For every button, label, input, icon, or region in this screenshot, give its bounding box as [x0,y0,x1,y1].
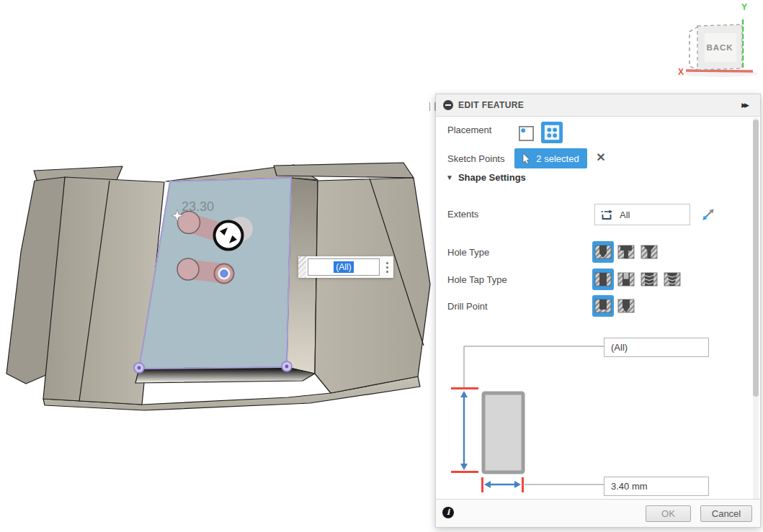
hole-type-option-simple[interactable] [592,241,614,263]
diameter-tick-right [522,477,524,492]
dialog-drag-handle-icon[interactable] [429,102,436,111]
viewcube-axis-x-line [686,71,753,71]
sketch-points-label: Sketch Points [447,153,505,164]
ok-button[interactable]: OK [646,505,691,522]
viewcube-face-label[interactable]: BACK [706,43,733,52]
kebab-menu-icon[interactable] [381,256,393,278]
dialog-title: EDIT FEATURE [458,100,741,110]
depth-dimension-arrow [460,391,468,470]
hole-countersink-icon [640,243,659,261]
dialog-header[interactable]: EDIT FEATURE ▶▶ [436,94,760,117]
depth-value-input[interactable]: (All) [308,258,380,276]
dialog-scrollbar-thumb[interactable] [753,120,759,397]
depth-dimension-label[interactable]: 23.30 [182,199,214,214]
cancel-button[interactable]: Cancel [700,505,752,522]
selected-text: (All) [334,261,353,273]
cursor-icon [522,153,532,164]
dialog-footer: i OK Cancel [436,499,760,527]
sketch-point-right[interactable] [282,361,292,371]
placement-option-multiple[interactable] [541,122,563,143]
hole-type-option-counterbore[interactable] [617,243,635,261]
hole-type-option-countersink[interactable] [640,243,659,261]
hole-tap-type-option-simple[interactable] [592,269,614,290]
hole-tap-type-option-taper-tapped[interactable] [663,270,682,289]
sketch-point-left[interactable] [134,363,144,373]
viewcube-hidden-edges [690,27,698,70]
extents-dropdown[interactable]: All [594,204,690,225]
single-hole-placement-icon [517,125,535,143]
application-canvas: 23.30 BACK Y X (All) EDIT FEATUR [0,0,763,532]
diameter-dimension-arrow [484,481,521,488]
floating-depth-input: (All) [298,256,393,278]
depth-extent-tick-top [451,387,478,389]
hole-simple-icon [594,243,612,261]
tap-tapped-icon [640,270,659,289]
hole-cross-section [483,393,523,472]
depth-value-field[interactable]: (All) [604,338,709,357]
drag-grip-icon[interactable] [298,256,306,278]
clear-selection-icon[interactable]: ✕ [594,150,608,165]
tap-clearance-icon [617,270,635,289]
hole-type-label: Hole Type [447,247,489,258]
drill-point-label: Drill Point [447,301,488,312]
depth-manipulator-handle[interactable] [215,222,243,250]
edit-feature-dialog: EDIT FEATURE ▶▶ Placement Sketch Points … [435,94,761,528]
extent-all-icon [600,208,614,222]
viewcube-axis-y-label: Y [741,2,747,12]
chevron-down-icon: ▼ [446,173,453,181]
hole-counterbore-icon [617,243,635,261]
viewcube[interactable]: BACK Y X [669,0,763,81]
diameter-value-text: 3.40 mm [611,481,648,492]
hole-diagram [436,325,762,501]
shape-settings-label: Shape Settings [458,172,526,183]
drill-angle-icon [617,297,635,315]
flip-direction-button[interactable] [700,206,717,223]
diameter-tick-left [481,477,483,492]
hole-tap-type-label: Hole Tap Type [447,274,507,285]
drill-point-option-flat[interactable] [592,295,614,317]
extents-value: All [620,209,630,220]
sketch-points-count: 2 selected [536,153,579,164]
tap-simple-icon [594,270,612,289]
viewcube-axis-x-label: X [678,67,684,77]
model-top-right-slab[interactable] [274,163,414,178]
shape-settings-section-header[interactable]: ▼Shape Settings [446,172,526,183]
dock-arrows-icon[interactable]: ▶▶ [741,102,747,109]
extents-label: Extents [447,209,478,220]
depth-value-text: (All) [611,342,628,353]
diameter-value-field[interactable]: 3.40 mm [604,477,709,496]
depth-extent-tick-bottom [451,471,478,473]
multiple-holes-placement-icon [543,124,561,141]
hole-tap-type-option-clearance[interactable] [617,270,635,289]
flip-direction-icon [700,206,717,223]
placement-label: Placement [447,125,491,135]
info-icon[interactable]: i [442,507,454,518]
tap-taper-tapped-icon [663,270,682,289]
hole-feature-icon [443,100,453,110]
hole-tap-type-option-tapped[interactable] [640,270,659,289]
model-right-tower-face[interactable] [315,178,430,393]
placement-option-single[interactable] [517,124,535,143]
drill-point-option-angle[interactable] [617,297,635,315]
drill-flat-icon [594,297,612,315]
sketch-points-selection-button[interactable]: 2 selected [514,148,587,168]
